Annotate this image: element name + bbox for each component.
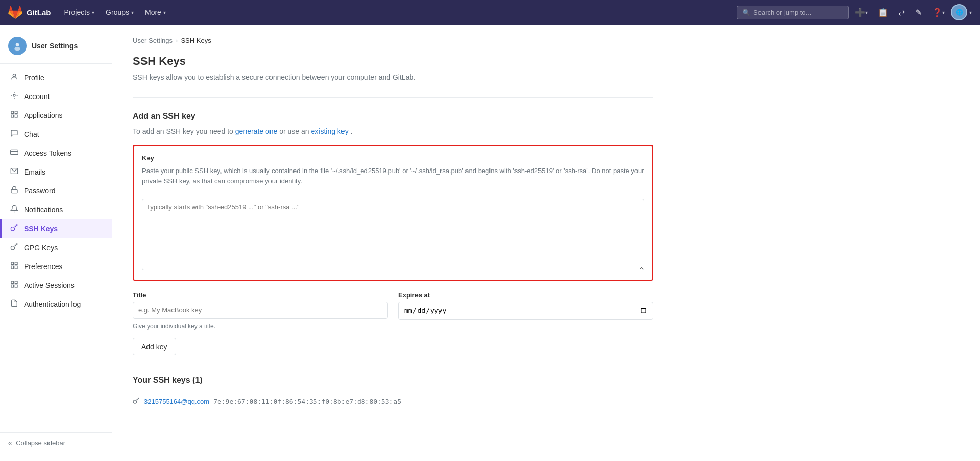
gitlab-text: GitLab (27, 8, 51, 17)
expires-date-input[interactable] (398, 302, 653, 320)
search-input[interactable] (753, 9, 843, 16)
plus-icon: ➕ (855, 8, 865, 17)
create-button[interactable]: ➕ ▾ (851, 5, 872, 20)
sidebar-item-label: Account (24, 92, 50, 101)
search-icon: 🔍 (742, 9, 750, 16)
emails-icon (10, 167, 19, 177)
sidebar-item-preferences[interactable]: Preferences (0, 257, 112, 276)
existing-key-link[interactable]: existing key (311, 127, 349, 135)
svg-rect-20 (15, 281, 17, 284)
avatar-image: 🌐 (955, 9, 963, 16)
ssh-key-row: 3215755164@qq.com 7e:9e:67:08:11:0f:86:5… (133, 393, 653, 410)
key-field-hint: Paste your public SSH key, which is usua… (142, 166, 644, 192)
sidebar-item-label: Preferences (24, 262, 62, 271)
page-title: SSH Keys (133, 55, 653, 68)
ssh-key-email: 3215755164@qq.com (144, 398, 209, 405)
sidebar: User Settings Profile Account Applicatio… (0, 25, 112, 461)
sidebar-item-label: Chat (24, 130, 39, 138)
generate-key-link[interactable]: generate one (235, 127, 278, 135)
edit-icon: ✎ (915, 8, 922, 17)
title-expires-row: Title Give your individual key a title. … (133, 291, 653, 330)
merge-icon: ⇄ (898, 8, 905, 17)
section-divider (133, 97, 653, 98)
password-icon (10, 186, 19, 196)
sidebar-item-label: Notifications (24, 206, 63, 214)
nav-more[interactable]: More ▾ (140, 5, 171, 19)
svg-rect-6 (15, 111, 17, 114)
breadcrumb: User Settings › SSH Keys (133, 37, 653, 44)
sidebar-item-gpg-keys[interactable]: GPG Keys (0, 238, 112, 257)
chevron-down-icon: ▾ (865, 10, 868, 15)
help-button[interactable]: ❓ ▾ (928, 5, 949, 20)
svg-point-3 (13, 74, 15, 77)
breadcrumb-separator: › (176, 37, 178, 44)
svg-rect-9 (11, 150, 18, 154)
sidebar-item-profile[interactable]: Profile (0, 68, 112, 87)
svg-rect-17 (11, 266, 14, 269)
top-navigation: GitLab Projects ▾ Groups ▾ More ▾ 🔍 ➕ ▾ … (0, 0, 980, 25)
merge-icon-btn[interactable]: ⇄ (894, 5, 909, 20)
collapse-icon: « (8, 439, 12, 447)
gitlab-logo[interactable]: GitLab (8, 5, 51, 19)
svg-point-14 (11, 246, 14, 250)
user-avatar[interactable]: 🌐 (951, 4, 967, 20)
key-textarea[interactable] (142, 199, 644, 270)
preferences-icon (10, 261, 19, 271)
sidebar-item-active-sessions[interactable]: Active Sessions (0, 276, 112, 295)
sidebar-collapse-button[interactable]: « Collapse sidebar (0, 432, 112, 453)
applications-icon (10, 110, 19, 120)
sidebar-item-label: Emails (24, 168, 45, 176)
snippet-icon-btn[interactable]: 📋 (874, 5, 892, 20)
sidebar-item-label: Authentication log (24, 300, 81, 308)
sidebar-item-notifications[interactable]: Notifications (0, 200, 112, 219)
top-nav-links: Projects ▾ Groups ▾ More ▾ (59, 5, 171, 19)
sidebar-item-chat[interactable]: Chat (0, 125, 112, 143)
breadcrumb-current: SSH Keys (181, 37, 211, 44)
chat-icon (10, 129, 19, 139)
sidebar-item-applications[interactable]: Applications (0, 106, 112, 125)
title-input[interactable] (133, 302, 388, 319)
svg-rect-21 (11, 285, 14, 287)
breadcrumb-parent[interactable]: User Settings (133, 37, 173, 44)
svg-point-2 (14, 47, 20, 51)
sidebar-item-access-tokens[interactable]: Access Tokens (0, 143, 112, 162)
active-sessions-icon (10, 280, 19, 290)
auth-log-icon (10, 299, 19, 309)
svg-point-23 (133, 400, 136, 403)
key-input-box: Key Paste your public SSH key, which is … (133, 145, 653, 281)
expires-field-label: Expires at (398, 291, 653, 299)
help-icon: ❓ (932, 8, 942, 17)
svg-rect-19 (11, 281, 14, 284)
add-key-intro: To add an SSH key you need to generate o… (133, 126, 653, 137)
chevron-down-icon: ▾ (942, 10, 945, 15)
svg-rect-8 (15, 115, 17, 117)
search-box[interactable]: 🔍 (737, 6, 849, 19)
svg-point-4 (13, 94, 15, 96)
nav-groups[interactable]: Groups ▾ (101, 5, 139, 19)
expires-field-group: Expires at (398, 291, 653, 330)
sidebar-user-header: User Settings (0, 33, 112, 64)
avatar-chevron-icon: ▾ (969, 10, 972, 15)
edit-icon-btn[interactable]: ✎ (911, 5, 926, 20)
sidebar-item-account[interactable]: Account (0, 87, 112, 106)
svg-rect-7 (11, 115, 14, 117)
title-field-hint: Give your individual key a title. (133, 323, 388, 330)
chevron-down-icon: ▾ (163, 10, 166, 15)
ssh-keys-icon (10, 224, 19, 233)
svg-rect-15 (11, 262, 14, 265)
svg-point-13 (11, 227, 14, 231)
sidebar-item-password[interactable]: Password (0, 181, 112, 200)
sidebar-item-auth-log[interactable]: Authentication log (0, 295, 112, 313)
sidebar-item-label: Profile (24, 74, 44, 82)
sidebar-item-emails[interactable]: Emails (0, 162, 112, 181)
sidebar-item-label: SSH Keys (24, 225, 58, 233)
gpg-keys-icon (10, 242, 19, 252)
svg-rect-5 (11, 111, 14, 114)
svg-rect-18 (15, 266, 17, 269)
nav-projects[interactable]: Projects ▾ (59, 5, 100, 19)
add-key-button[interactable]: Add key (133, 338, 176, 355)
sidebar-item-ssh-keys[interactable]: SSH Keys (0, 219, 112, 238)
svg-point-1 (16, 43, 19, 46)
main-content: User Settings › SSH Keys SSH Keys SSH ke… (112, 25, 674, 461)
key-field-label: Key (142, 154, 644, 162)
